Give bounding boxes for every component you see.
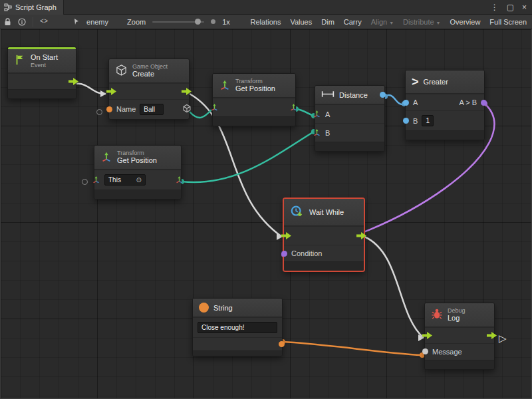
flow-output-port[interactable] (356, 232, 366, 239)
lock-icon[interactable] (4, 18, 11, 26)
node-game-object-create[interactable]: Game Object Create Name Ball (108, 59, 190, 120)
message-input-port[interactable] (422, 348, 428, 354)
this-value-field[interactable]: This ⊙ (104, 174, 146, 186)
node-title: Distance (339, 91, 368, 99)
node-title: Get Position (117, 156, 157, 165)
result-output-port[interactable] (481, 100, 487, 106)
flow-input-port[interactable] (422, 332, 432, 339)
flow-input-port[interactable] (106, 88, 116, 95)
code-icon[interactable]: <> (40, 18, 48, 25)
vector-input-port-a[interactable] (313, 109, 321, 119)
transform-axes-icon (100, 150, 112, 164)
graph-canvas[interactable]: On Start Event Game Object Create (0, 29, 532, 399)
transform-axes-icon (219, 78, 231, 92)
flow-output-port[interactable] (487, 332, 497, 339)
distribute-button[interactable]: Distribute▼ (403, 18, 440, 26)
position-output-port[interactable] (289, 102, 298, 112)
string-value-field[interactable]: Close enough! (198, 322, 277, 333)
name-value-field[interactable]: Ball (140, 104, 164, 115)
port-label: B (413, 117, 418, 125)
input-port-a[interactable] (403, 100, 409, 106)
wire-waitwhile-to-log (364, 237, 424, 338)
string-output-port[interactable] (279, 341, 285, 347)
node-title: Log (448, 314, 466, 323)
window-close-icon[interactable]: × (522, 3, 527, 12)
zoom-indicator-dot (211, 19, 215, 24)
port-label: Message (432, 348, 462, 356)
info-icon[interactable] (18, 18, 26, 26)
graph-pointer-icon (73, 18, 80, 25)
node-string[interactable]: String Close enough! (192, 298, 283, 356)
play-icon: ▷ (499, 332, 507, 344)
output-label: A > B (459, 98, 477, 106)
node-footer (193, 350, 282, 356)
node-title: Greater (424, 78, 448, 86)
zoom-label: Zoom (127, 18, 146, 26)
graph-target-label: enemy (86, 18, 108, 26)
node-distance[interactable]: Distance A B (315, 85, 385, 152)
wire-distance-to-greater (385, 95, 404, 104)
zoom-slider[interactable] (152, 21, 204, 23)
tab-script-graph[interactable]: Script Graph (0, 0, 64, 15)
distance-ruler-icon (321, 90, 334, 99)
wire-getposition-to-distance-b (182, 132, 314, 182)
node-footer (284, 261, 364, 271)
node-wait-while[interactable]: Wait While Condition (283, 198, 364, 271)
node-get-position-left[interactable]: Transform Get Position This ⊙ (94, 145, 182, 200)
align-button[interactable]: Align▼ (371, 18, 394, 26)
name-input-port[interactable] (106, 106, 112, 112)
node-on-start-event[interactable]: On Start Event (7, 47, 76, 99)
bug-icon (431, 308, 443, 321)
window-menu-icon[interactable]: ⋮ (491, 3, 499, 12)
script-graph-icon (4, 3, 12, 11)
dropdown-arrow-icon: ▼ (436, 21, 441, 25)
dim-button[interactable]: Dim (321, 18, 334, 26)
b-value-field[interactable]: 1 (422, 115, 434, 126)
flow-output-port[interactable] (182, 88, 192, 95)
node-title: On Start (31, 53, 58, 62)
distance-output-port[interactable] (380, 92, 386, 98)
port-label: B (325, 129, 330, 137)
wire-arrowhead (100, 90, 106, 97)
window-maximize-icon[interactable]: ▢ (507, 3, 514, 12)
wait-clock-icon (290, 204, 305, 220)
graph-target[interactable]: enemy (73, 18, 108, 26)
target-picker-icon[interactable]: ⊙ (136, 176, 142, 184)
zoom-control: Zoom 1x (127, 18, 230, 26)
flow-output-port[interactable] (68, 78, 78, 85)
carry-toggle[interactable] (96, 109, 102, 115)
transform-input-port[interactable] (210, 102, 219, 112)
dropdown-arrow-icon: ▼ (389, 21, 394, 25)
transform-input-port[interactable] (92, 175, 100, 185)
node-title: Create (132, 70, 168, 78)
node-greater[interactable]: > Greater A A > B B 1 (405, 70, 485, 140)
node-category: Game Object (132, 63, 168, 70)
port-label: Condition (291, 249, 322, 257)
node-category: Debug (448, 307, 466, 314)
port-label: Name (116, 105, 136, 113)
flow-input-port[interactable] (281, 232, 291, 239)
node-get-position-top[interactable]: Transform Get Position (212, 73, 296, 126)
node-debug-log[interactable]: Debug Log Message (424, 303, 495, 370)
zoom-slider-handle[interactable] (195, 19, 201, 25)
carry-button[interactable]: Carry (344, 18, 362, 26)
overview-button[interactable]: Overview (450, 18, 481, 26)
condition-input-port[interactable] (281, 251, 287, 257)
node-subtitle: Event (31, 62, 58, 68)
node-footer (213, 116, 295, 126)
fullscreen-button[interactable]: Full Screen (489, 18, 527, 26)
node-footer (8, 89, 76, 98)
node-title: String (213, 304, 233, 312)
carry-toggle[interactable] (82, 179, 88, 185)
game-object-output-port[interactable] (182, 104, 192, 114)
position-output-port[interactable] (175, 175, 184, 185)
port-label: A (325, 110, 330, 118)
node-footer (94, 190, 181, 199)
toolbar-buttons: Relations Values Dim Carry Align▼ Distri… (251, 18, 528, 26)
input-port-b[interactable] (403, 118, 409, 124)
graph-toolbar: <> enemy Zoom 1x Relations Values Dim Ca… (0, 15, 532, 29)
values-button[interactable]: Values (290, 18, 312, 26)
zoom-level: 1x (222, 18, 230, 26)
relations-button[interactable]: Relations (251, 18, 281, 26)
vector-input-port-b[interactable] (313, 128, 321, 138)
